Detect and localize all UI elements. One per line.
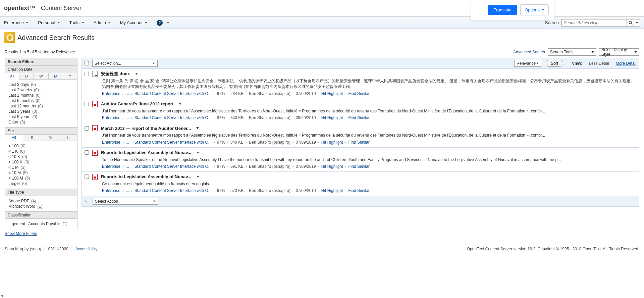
filter-item[interactable]: < 10 M(5) <box>8 170 74 175</box>
filter-tab-size-all[interactable]: All <box>5 135 23 141</box>
breadcrumb-enterprise[interactable]: Enterprise <box>102 140 120 145</box>
result-snippet: J'ai l'honneur de vous transmettre mon r… <box>102 133 636 138</box>
breadcrumb-container[interactable]: Standard Content Server Interface with O… <box>135 91 212 96</box>
result-relevance: 97% <box>217 115 225 120</box>
filter-item[interactable]: Last 12 months(0) <box>8 104 74 108</box>
filter-item[interactable]: < 10 K(0) <box>8 154 74 159</box>
filter-item[interactable]: < 100 K(0) <box>8 160 74 164</box>
nav-personal[interactable]: Personal <box>38 20 60 25</box>
breadcrumb-container[interactable]: Standard Content Server Interface with O… <box>135 188 212 193</box>
nav-enterprise[interactable]: Enterprise <box>4 20 29 25</box>
result-checkbox[interactable] <box>85 175 89 179</box>
result-checkbox[interactable] <box>85 72 89 76</box>
nav-tools[interactable]: Tools <box>69 20 84 25</box>
filter-item[interactable]: < 100 M(5) <box>8 176 74 181</box>
filter-item[interactable]: Last 2 weeks(0) <box>8 88 74 92</box>
chevron-down-icon[interactable] <box>179 103 181 105</box>
result-title[interactable]: 安全检查.docx <box>101 71 130 77</box>
filter-item[interactable]: < 1 M(5) <box>8 165 74 170</box>
select-all-checkbox[interactable] <box>85 61 89 65</box>
select-action-dropdown[interactable]: Select Action... <box>92 60 158 67</box>
search-input[interactable] <box>561 19 627 27</box>
filter-tab-m[interactable]: M <box>49 73 63 79</box>
action-bar-top: Select Action... Relevance Sort View: Le… <box>82 58 639 69</box>
sort-button[interactable]: Sort <box>546 60 563 67</box>
filter-tab-w[interactable]: W <box>34 73 48 79</box>
filter-item[interactable]: Last 5 years(0) <box>8 114 74 119</box>
chevron-down-icon[interactable] <box>197 152 199 154</box>
breadcrumb-container[interactable]: Standard Content Server Interface with O… <box>135 164 212 169</box>
filter-tab-size-m[interactable]: M <box>41 135 59 141</box>
filter-tab-all[interactable]: All <box>5 73 19 80</box>
translate-button[interactable]: Translate <box>488 5 517 15</box>
filter-item[interactable]: Microsoft Word(1) <box>8 204 74 209</box>
select-action-dropdown-bottom[interactable]: Select Action... <box>93 198 158 205</box>
hit-highlight-link[interactable]: Hit Highlight <box>321 140 343 145</box>
find-similar-link[interactable]: Find Similar <box>348 164 369 169</box>
filter-item[interactable]: Adobe PDF(4) <box>8 199 74 203</box>
nav-help[interactable]: ? <box>157 20 169 26</box>
result-title[interactable]: March 2013 — report of the Auditor Gener… <box>101 126 191 131</box>
result-title[interactable]: Reports to Legislative Assembly of Nunav… <box>101 174 191 179</box>
result-title[interactable]: Auditor General's June 2012 report <box>101 101 173 106</box>
footer-date: 03/11/2020 <box>48 247 68 251</box>
filter-item[interactable]: < 100(0) <box>8 144 74 148</box>
search-dropdown[interactable] <box>634 19 640 27</box>
result-title[interactable]: Reports to Legislative Assembly of Nunav… <box>101 150 191 155</box>
nav-admin[interactable]: Admin <box>94 20 111 25</box>
translate-options-button[interactable]: Options <box>520 4 549 15</box>
chevron-down-icon[interactable] <box>197 176 199 178</box>
filter-item[interactable]: Older(5) <box>8 120 74 125</box>
filter-tab-size-s[interactable]: S <box>23 135 41 141</box>
display-style-select[interactable]: Select Display Style <box>599 48 639 56</box>
view-label: View: <box>572 61 582 66</box>
breadcrumb-ellipsis[interactable]: ... <box>126 188 129 193</box>
advanced-search-link[interactable]: Advanced Search <box>513 50 545 54</box>
hit-highlight-link[interactable]: Hit Highlight <box>321 115 343 120</box>
breadcrumb-enterprise[interactable]: Enterprise <box>102 115 120 120</box>
hit-highlight-link[interactable]: Hit Highlight <box>321 91 343 96</box>
filter-item[interactable]: Last 3 years(0) <box>8 109 74 114</box>
relevance-select[interactable]: Relevance <box>514 60 541 67</box>
breadcrumb-enterprise[interactable]: Enterprise <box>102 91 120 96</box>
result-checkbox[interactable] <box>85 102 89 106</box>
accessibility-link[interactable]: Accessibility <box>75 247 97 251</box>
breadcrumb-ellipsis[interactable]: ... <box>126 115 129 120</box>
chevron-down-icon[interactable] <box>135 73 138 75</box>
filter-item[interactable]: Last 3 days(0) <box>8 82 74 87</box>
filter-item[interactable]: Last 2 months(0) <box>8 93 74 98</box>
find-similar-link[interactable]: Find Similar <box>348 188 369 193</box>
result-checkbox[interactable] <box>85 126 89 131</box>
find-similar-link[interactable]: Find Similar <box>348 140 369 145</box>
hit-highlight-link[interactable]: Hit Highlight <box>321 188 343 193</box>
filter-tab-size-l[interactable]: L <box>59 135 77 141</box>
breadcrumb-ellipsis[interactable]: ... <box>126 140 129 145</box>
breadcrumb-ellipsis[interactable]: ... <box>126 164 129 169</box>
footer-copyright: OpenText Content Server version 16.2. Co… <box>467 247 639 251</box>
filter-tab-y[interactable]: Y <box>63 73 77 79</box>
hit-highlight-link[interactable]: Hit Highlight <box>321 164 343 169</box>
breadcrumb-enterprise[interactable]: Enterprise <box>102 188 120 193</box>
filter-item[interactable]: ...gement : Accounts Payable(1) <box>8 221 74 226</box>
filter-item[interactable]: < 1 K(0) <box>8 149 74 154</box>
search-button[interactable] <box>627 19 634 27</box>
filter-tab-d[interactable]: D <box>19 73 34 79</box>
nav-my-account[interactable]: My Account <box>120 20 147 25</box>
result-checkbox[interactable] <box>85 150 89 155</box>
search-tools-select[interactable]: Search Tools <box>548 48 596 56</box>
filter-item[interactable]: Last 6 months(0) <box>8 98 74 103</box>
breadcrumb-container[interactable]: Standard Content Server Interface with O… <box>135 140 212 145</box>
more-detail-link[interactable]: More Detail <box>616 61 636 66</box>
breadcrumb-ellipsis[interactable]: ... <box>126 91 129 96</box>
chevron-down-icon[interactable] <box>196 127 199 129</box>
show-more-filters-link[interactable]: Show More Filters <box>5 231 37 236</box>
breadcrumb-container[interactable]: Standard Content Server Interface with O… <box>135 115 212 120</box>
result-date: 07/09/2019 <box>296 164 316 169</box>
find-similar-link[interactable]: Find Similar <box>348 115 369 120</box>
breadcrumb-enterprise[interactable]: Enterprise <box>102 164 120 169</box>
filter-item[interactable]: Larger(0) <box>8 181 74 186</box>
filter-panel-title: Search Filters <box>5 58 77 66</box>
brand-product: Content Server <box>41 5 82 12</box>
result-meta: Enterprise›...›Standard Content Server I… <box>102 164 636 169</box>
find-similar-link[interactable]: Find Similar <box>348 91 369 96</box>
